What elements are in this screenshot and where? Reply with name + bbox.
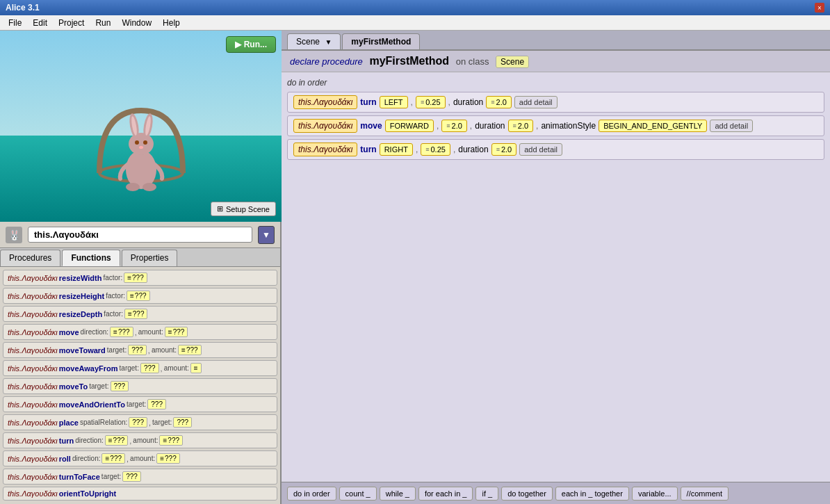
code-block-turn-left[interactable]: this.Λαγουδάκι turn LEFT , ≡0.25 , durat…	[287, 92, 824, 113]
tab-scene[interactable]: Scene ▼	[287, 33, 341, 49]
param-box: ???	[111, 381, 129, 391]
param-box: ≡???	[124, 273, 147, 283]
func-obj: this.Λαγουδάκι	[8, 400, 58, 409]
func-obj: this.Λαγουδάκι	[8, 455, 58, 463]
code-block-move-forward[interactable]: this.Λαγουδάκι move FORWARD , ≡2.0 , dur…	[287, 115, 824, 136]
btn-do-in-order[interactable]: do in order	[287, 487, 336, 501]
param-amount-1[interactable]: ≡0.25	[416, 96, 446, 108]
add-detail-btn-2[interactable]: add detail	[710, 120, 753, 132]
setup-icon: ⊞	[217, 204, 223, 213]
list-item[interactable]: this.Λαγουδάκι moveToward target: ??? , …	[3, 342, 277, 358]
code-block-turn-right[interactable]: this.Λαγουδάκι turn RIGHT , ≡0.25 , dura…	[287, 139, 824, 160]
code-obj-3: this.Λαγουδάκι	[293, 143, 357, 156]
func-obj: this.Λαγουδάκι	[8, 346, 58, 355]
list-item[interactable]: this.Λαγουδάκι moveAndOrientTo target: ?…	[3, 396, 277, 412]
add-detail-btn-1[interactable]: add detail	[514, 96, 558, 108]
list-item[interactable]: this.Λαγουδάκι place spatialRelation: ??…	[3, 414, 277, 430]
run-icon: ▶	[235, 40, 241, 49]
func-obj: this.Λαγουδάκι	[8, 382, 58, 391]
func-name: moveAwayFrom	[59, 364, 118, 373]
btn-do-together[interactable]: do together	[501, 487, 553, 501]
param-duration-3[interactable]: ≡2.0	[491, 143, 517, 156]
param-box: ≡???	[124, 309, 148, 319]
btn-each-in-together[interactable]: each in _ together	[555, 487, 629, 501]
func-name: turn	[59, 437, 74, 445]
btn-count[interactable]: count _	[339, 487, 377, 501]
param-box: ≡???	[110, 327, 133, 337]
scene-dropdown-icon: ▼	[325, 38, 332, 46]
tab-properties[interactable]: Properties	[122, 250, 178, 266]
do-in-order-label: do in order	[287, 78, 824, 88]
func-obj: this.Λαγουδάκι	[8, 473, 58, 481]
param-box: ≡???	[105, 435, 129, 446]
param-box: ≡???	[127, 291, 150, 301]
svg-point-7	[135, 140, 139, 145]
right-panel: Scene ▼ myFirstMethod declare procedure …	[282, 31, 830, 504]
menu-edit[interactable]: Edit	[27, 17, 53, 29]
btn-while[interactable]: while _	[380, 487, 416, 501]
list-item[interactable]: this.Λαγουδάκι moveTo target: ???	[3, 378, 277, 394]
object-selector: 🐰 this.Λαγουδάκι ▼	[0, 222, 280, 248]
param-box: ???	[147, 399, 166, 409]
close-button[interactable]: ×	[815, 3, 824, 13]
declare-keyword: declare procedure	[290, 56, 363, 67]
func-obj: this.Λαγουδάκι	[8, 418, 58, 427]
tab-functions[interactable]: Functions	[62, 250, 120, 266]
list-item[interactable]: this.Λαγουδάκι resizeDepth factor: ≡???	[3, 306, 277, 322]
class-name-box[interactable]: Scene	[496, 56, 529, 68]
list-item[interactable]: this.Λαγουδάκι turn direction: ≡??? , am…	[3, 432, 277, 448]
code-obj-2: this.Λαγουδάκι	[293, 119, 357, 133]
func-name: moveToward	[59, 346, 106, 355]
left-panel: ▶ Run... ⊞ Setup Scene 🐰 this.Λαγουδάκι …	[0, 31, 282, 504]
param-direction-2[interactable]: FORWARD	[385, 120, 434, 132]
func-name: orientToUpright	[59, 489, 116, 498]
param-box: ≡???	[101, 453, 125, 464]
param-amount-2[interactable]: ≡2.0	[441, 120, 467, 132]
titlebar: Alice 3.1 ×	[0, 0, 830, 15]
character-area	[86, 69, 197, 208]
code-obj-1: this.Λαγουδάκι	[293, 95, 357, 109]
btn-for-each-in[interactable]: for each in _	[418, 487, 473, 501]
add-detail-btn-3[interactable]: add detail	[519, 143, 562, 156]
func-obj: this.Λαγουδάκι	[8, 274, 58, 282]
menu-help[interactable]: Help	[157, 17, 186, 29]
menu-run[interactable]: Run	[90, 17, 116, 29]
param-box: ≡???	[165, 327, 188, 337]
declare-header: declare procedure myFirstMethod on class…	[282, 51, 830, 72]
param-duration-1[interactable]: ≡2.0	[486, 96, 512, 108]
list-item[interactable]: this.Λαγουδάκι turnToFace target: ???	[3, 469, 277, 485]
tab-procedures[interactable]: Procedures	[0, 250, 60, 266]
setup-scene-button[interactable]: ⊞ Setup Scene	[211, 202, 276, 216]
btn-if[interactable]: if _	[475, 487, 498, 501]
param-anim-style[interactable]: BEGIN_AND_END_GENTLY	[599, 120, 707, 132]
param-duration-2[interactable]: ≡2.0	[508, 120, 534, 132]
menu-project[interactable]: Project	[53, 17, 90, 29]
object-name[interactable]: this.Λαγουδάκι	[28, 227, 252, 243]
func-name: moveTo	[59, 382, 88, 391]
func-name: resizeDepth	[59, 310, 102, 318]
btn-comment[interactable]: //comment	[681, 487, 729, 501]
main-area: ▶ Run... ⊞ Setup Scene 🐰 this.Λαγουδάκι …	[0, 31, 830, 504]
list-item[interactable]: this.Λαγουδάκι roll direction: ≡??? , am…	[3, 450, 277, 466]
object-icon: 🐰	[6, 227, 22, 243]
param-direction-1[interactable]: LEFT	[380, 96, 408, 108]
menu-file[interactable]: File	[3, 17, 27, 29]
run-button[interactable]: ▶ Run...	[226, 36, 276, 53]
object-dropdown-arrow[interactable]: ▼	[258, 226, 275, 244]
param-direction-3[interactable]: RIGHT	[380, 143, 413, 156]
code-method-3: turn	[360, 145, 376, 154]
param-box: ≡	[190, 363, 202, 373]
list-item[interactable]: this.Λαγουδάκι move direction: ≡??? , am…	[3, 324, 277, 340]
menubar: File Edit Project Run Window Help	[0, 15, 830, 31]
btn-variable[interactable]: variable...	[632, 487, 678, 501]
svg-point-2	[129, 133, 154, 155]
menu-window[interactable]: Window	[116, 17, 157, 29]
param-box: ???	[173, 417, 192, 428]
list-item[interactable]: this.Λαγουδάκι moveAwayFrom target: ??? …	[3, 360, 277, 376]
tab-myfirstmethod[interactable]: myFirstMethod	[342, 33, 420, 49]
param-box: ???	[140, 363, 159, 373]
param-amount-3[interactable]: ≡0.25	[421, 143, 450, 156]
list-item[interactable]: this.Λαγουδάκι resizeHeight factor: ≡???	[3, 288, 277, 304]
list-item[interactable]: this.Λαγουδάκι orientToUpright	[3, 487, 277, 501]
list-item[interactable]: this.Λαγουδάκι resizeWidth factor: ≡???	[3, 270, 277, 286]
